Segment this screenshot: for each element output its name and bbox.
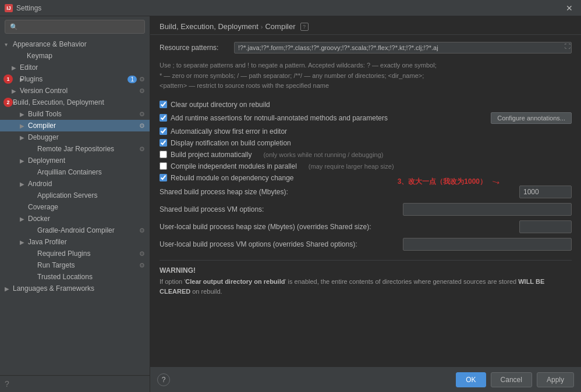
resource-patterns-label: Resource patterns:	[160, 42, 229, 52]
checkbox-rebuild-module: Rebuild module on dependency change	[160, 174, 572, 182]
sidebar-item-build-tools[interactable]: ▶ Build Tools ⚙	[0, 108, 150, 120]
checkbox-display-notification-input[interactable]	[160, 139, 167, 147]
annotation-arrow-icon: →	[488, 174, 503, 190]
sidebar: 🔍 ▾ Appearance & Behavior Keymap ▶ Edito…	[0, 16, 150, 392]
checkbox-clear-output-text: Clear output directory on rebuild	[171, 101, 270, 109]
sidebar-item-label: Run Targets	[37, 261, 137, 269]
arrow-icon: ▶	[20, 181, 28, 187]
sidebar-item-label: Plugins	[20, 75, 125, 83]
annotation-text: 3、改大一点（我改为1000）	[398, 177, 487, 187]
checkbox-auto-show-error-text: Automatically show first error in editor	[171, 127, 287, 136]
user-heap-input[interactable]	[519, 220, 572, 233]
main-container: 🔍 ▾ Appearance & Behavior Keymap ▶ Edito…	[0, 16, 581, 392]
ok-button[interactable]: OK	[456, 372, 486, 387]
arrow-icon: ▶	[12, 76, 20, 83]
vm-options-input[interactable]	[403, 203, 572, 216]
checkbox-auto-show-error: Automatically show first error in editor	[160, 127, 572, 136]
sidebar-item-label: Trusted Locations	[37, 273, 145, 281]
sidebar-item-run-targets[interactable]: Run Targets ⚙	[0, 259, 150, 271]
sidebar-item-version-control[interactable]: ▶ Version Control ⚙	[0, 85, 150, 97]
checkbox-compile-parallel-input[interactable]	[160, 162, 167, 170]
checkbox-build-auto-label[interactable]: Build project automatically	[160, 151, 251, 159]
sidebar-item-application-servers[interactable]: Application Servers	[0, 190, 150, 201]
sidebar-item-deployment[interactable]: ▶ Deployment	[0, 155, 150, 166]
sidebar-item-android[interactable]: ▶ Android	[0, 178, 150, 190]
breadcrumb-help-button[interactable]: ?	[300, 23, 309, 31]
sidebar-item-arquillian-containers[interactable]: Arquillian Containers	[0, 166, 150, 178]
sidebar-item-languages-frameworks[interactable]: ▶ Languages & Frameworks	[0, 283, 150, 294]
heap-size-input[interactable]	[519, 186, 572, 198]
sidebar-item-label: Remote Jar Repositories	[37, 145, 137, 153]
compile-parallel-note: (may require larger heap size)	[309, 163, 394, 170]
checkbox-clear-output-label[interactable]: Clear output directory on rebuild	[160, 101, 270, 109]
vm-options-row: Shared build process VM options:	[160, 203, 572, 216]
search-input[interactable]	[20, 23, 140, 31]
sidebar-item-coverage[interactable]: Coverage	[0, 201, 150, 213]
sidebar-item-label: Docker	[28, 215, 145, 223]
sidebar-item-plugins[interactable]: 1 ▶ Plugins 1 ⚙	[0, 73, 150, 85]
checkbox-rebuild-module-label[interactable]: Rebuild module on dependency change	[160, 174, 294, 182]
warning-title: WARNING!	[160, 266, 572, 275]
content-area: Build, Execution, Deployment › Compiler …	[150, 16, 581, 392]
sidebar-item-debugger[interactable]: ▶ Debugger	[0, 131, 150, 143]
resource-patterns-row: Resource patterns: !?*.java;!?*.form;!?*…	[160, 42, 572, 54]
configure-annotations-button[interactable]: Configure annotations...	[491, 112, 572, 124]
arrow-icon: ▶	[20, 111, 28, 117]
sidebar-item-label: Build Tools	[28, 110, 137, 118]
title-bar-left: IJ Settings	[5, 4, 41, 12]
breadcrumb-arrow: ›	[261, 23, 263, 30]
search-box[interactable]: 🔍	[5, 20, 145, 34]
gear-icon: ⚙	[139, 111, 145, 118]
warning-box: WARNING! If option 'Clear output directo…	[160, 260, 572, 301]
checkbox-add-runtime-text: Add runtime assertions for notnull-annot…	[171, 114, 388, 122]
sidebar-item-trusted-locations[interactable]: Trusted Locations	[0, 271, 150, 283]
checkbox-auto-show-error-input[interactable]	[160, 127, 167, 135]
sidebar-item-label: Build, Execution, Deployment	[13, 98, 145, 106]
annotation-3: 3、改大一点（我改为1000） →	[398, 175, 502, 188]
checkbox-add-runtime-label[interactable]: Add runtime assertions for notnull-annot…	[160, 114, 388, 122]
arrow-icon: ▶	[20, 239, 28, 245]
checkbox-add-runtime: Add runtime assertions for notnull-annot…	[160, 112, 572, 124]
sidebar-item-remote-jar-repositories[interactable]: Remote Jar Repositories ⚙	[0, 143, 150, 155]
sidebar-item-editor[interactable]: ▶ Editor	[0, 62, 150, 73]
checkbox-display-notification-label[interactable]: Display notification on build completion	[160, 139, 291, 147]
settings-content: Resource patterns: !?*.java;!?*.form;!?*…	[150, 35, 581, 366]
checkbox-clear-output-input[interactable]	[160, 101, 167, 108]
checkbox-build-auto-input[interactable]	[160, 151, 167, 158]
checkbox-auto-show-error-label[interactable]: Automatically show first error in editor	[160, 127, 287, 136]
arrow-icon: ▾	[5, 99, 13, 106]
checkbox-rebuild-module-input[interactable]	[160, 174, 167, 181]
arrow-icon: ▶	[20, 158, 28, 164]
sidebar-item-gradle-android-compiler[interactable]: Gradle-Android Compiler ⚙	[0, 224, 150, 236]
user-vm-input[interactable]	[403, 238, 572, 251]
checkbox-display-notification-text: Display notification on build completion	[171, 139, 291, 147]
sidebar-item-build-execution-deployment[interactable]: 2 ▾ Build, Execution, Deployment	[0, 97, 150, 108]
sidebar-item-label: Required Plugins	[37, 250, 137, 258]
sidebar-item-docker[interactable]: ▶ Docker	[0, 213, 150, 224]
sidebar-item-label: Debugger	[28, 133, 145, 141]
sidebar-item-java-profiler[interactable]: ▶ Java Profiler	[0, 236, 150, 248]
checkbox-add-runtime-input[interactable]	[160, 114, 167, 122]
help-button[interactable]: ?	[157, 373, 170, 386]
gear-icon: ⚙	[139, 262, 145, 269]
gear-icon: ⚙	[139, 227, 145, 234]
sidebar-item-required-plugins[interactable]: Required Plugins ⚙	[0, 248, 150, 259]
sidebar-item-keymap[interactable]: Keymap	[0, 50, 150, 62]
sidebar-item-appearance-behavior[interactable]: ▾ Appearance & Behavior	[0, 38, 150, 50]
window-title: Settings	[16, 4, 41, 12]
heap-size-row: Shared build process heap size (Mbytes):	[160, 186, 572, 198]
help-icon[interactable]: ?	[5, 379, 9, 389]
arrow-icon: ▶	[12, 88, 20, 94]
sidebar-item-compiler[interactable]: ▶ Compiler ⚙	[0, 120, 150, 131]
sidebar-item-label: Gradle-Android Compiler	[37, 226, 137, 234]
checkbox-clear-output: Clear output directory on rebuild	[160, 101, 572, 109]
sidebar-item-label: Appearance & Behavior	[13, 40, 145, 48]
sidebar-tree: ▾ Appearance & Behavior Keymap ▶ Editor …	[0, 37, 150, 375]
checkbox-compile-parallel-label[interactable]: Compile independent modules in parallel	[160, 162, 297, 170]
close-button[interactable]: ✕	[562, 2, 576, 14]
expand-icon[interactable]: ⛶	[565, 43, 571, 49]
info-line1: Use ; to separate patterns and ! to nega…	[160, 60, 572, 71]
cancel-button[interactable]: Cancel	[491, 372, 532, 387]
apply-button[interactable]: Apply	[537, 372, 574, 387]
title-bar: IJ Settings ✕	[0, 0, 581, 16]
